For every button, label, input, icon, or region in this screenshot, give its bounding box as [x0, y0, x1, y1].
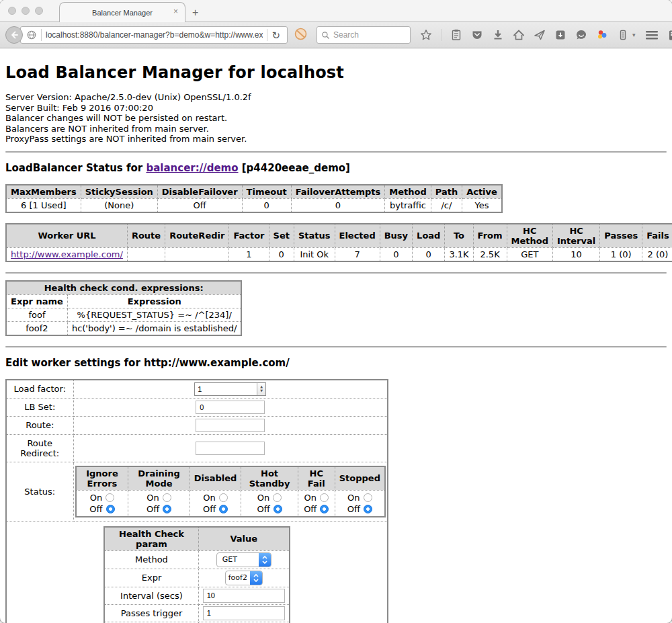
passes-trigger-input[interactable] — [203, 606, 285, 620]
status-flag-cell: On Off — [241, 490, 298, 517]
route-redirect-input[interactable] — [196, 442, 265, 455]
radio-off[interactable] — [274, 505, 282, 513]
radio-on[interactable] — [273, 493, 282, 502]
passes-trigger-label: Passes trigger — [104, 604, 198, 622]
lb-set-input[interactable] — [196, 401, 265, 414]
toolbar-separator — [441, 29, 442, 41]
colors-extension-icon[interactable] — [596, 29, 608, 41]
minimize-window-button[interactable] — [22, 7, 30, 15]
url-bar[interactable]: localhost:8880/balancer-manager?b=demo&w… — [20, 26, 288, 44]
radio-off[interactable] — [163, 505, 171, 513]
column-header: Expr name — [6, 294, 67, 308]
column-header: Busy — [380, 224, 412, 248]
expr-label: Expr — [104, 569, 198, 587]
radio-on[interactable] — [364, 493, 372, 502]
load-factor-input[interactable]: ▲▼ — [194, 382, 266, 396]
search-icon — [321, 31, 330, 40]
home-icon[interactable] — [513, 29, 525, 41]
column-header: Stopped — [335, 466, 385, 491]
column-header: FailoverAttempts — [291, 185, 385, 199]
balancer-status-table: MaxMembers StickySession DisableFailover… — [5, 184, 503, 213]
column-header: Fails — [642, 224, 672, 248]
battery-extension-icon[interactable] — [617, 29, 629, 41]
column-header: To — [445, 224, 473, 248]
status-flag-cell: On Off — [190, 490, 241, 517]
navigation-toolbar: localhost:8880/balancer-manager?b=demo&w… — [0, 22, 672, 48]
worker-table: Worker URL Route RouteRedir Factor Set S… — [5, 223, 672, 262]
column-header: Timeout — [242, 185, 291, 199]
table-row: 6 [1 Used] (None) Off 0 0 bytraffic /c/ … — [6, 198, 502, 212]
overflow-caret-icon[interactable]: ▾ — [632, 32, 636, 38]
browser-window: Balancer Manager × + localhost:8880/bala… — [0, 0, 672, 623]
column-header: Path — [431, 185, 462, 199]
radio-off[interactable] — [320, 505, 329, 513]
hello-chat-icon[interactable] — [575, 29, 587, 41]
route-redirect-label: Route Redirect: — [6, 434, 73, 462]
status-flag-cell: On Off — [298, 490, 335, 517]
urlbar-separator — [41, 29, 42, 41]
tab-close-icon[interactable]: × — [173, 7, 178, 15]
number-stepper-icon[interactable]: ▲▼ — [257, 383, 265, 395]
interval-input[interactable] — [203, 589, 285, 603]
column-header: Elected — [335, 224, 380, 248]
radio-on[interactable] — [219, 493, 228, 502]
reading-list-icon[interactable] — [450, 29, 462, 41]
site-identity-globe-icon[interactable] — [26, 30, 37, 40]
content-blocked-icon[interactable] — [294, 28, 307, 43]
radio-off[interactable] — [106, 505, 115, 513]
send-tab-icon[interactable] — [534, 29, 546, 41]
column-header: Method — [385, 185, 431, 199]
section-divider — [5, 151, 667, 153]
method-select[interactable]: GET — [216, 552, 271, 567]
radio-off[interactable] — [364, 505, 372, 513]
balancer-demo-link[interactable]: balancer://demo — [146, 162, 238, 174]
close-window-button[interactable] — [8, 7, 16, 15]
pocket-icon[interactable] — [471, 29, 483, 41]
toolbar-buttons: ▾ — [420, 29, 672, 41]
edit-worker-form: Load factor: ▲▼ LB Set: Route: Route Red… — [5, 379, 388, 623]
column-header: From — [473, 224, 507, 248]
column-header: Disabled — [190, 466, 241, 491]
balancer-status-heading: LoadBalancer Status for balancer://demo … — [5, 162, 667, 174]
column-header: Draining Mode — [128, 466, 190, 491]
expression-row: foof2 hc('body') =~ /domain is establish… — [6, 321, 241, 335]
route-input[interactable] — [196, 419, 265, 432]
column-header: RouteRedir — [165, 224, 229, 248]
expr-select[interactable]: foof2 — [225, 571, 263, 585]
search-placeholder: Search — [333, 30, 359, 40]
search-input[interactable]: Search — [317, 26, 411, 44]
radio-on[interactable] — [106, 493, 114, 502]
column-header: Status — [294, 224, 335, 248]
column-header: Hot Standby — [241, 466, 298, 491]
column-header: Set — [269, 224, 294, 248]
bookmark-star-icon[interactable] — [420, 29, 432, 41]
status-flag-cell: On Off — [335, 490, 385, 517]
menu-hamburger-icon[interactable] — [644, 29, 659, 41]
status-flag-cell: On Off — [76, 490, 128, 517]
section-divider — [5, 346, 667, 347]
new-tab-button[interactable]: + — [192, 7, 198, 19]
column-header: Load — [413, 224, 445, 248]
reload-button[interactable]: ↻ — [267, 30, 284, 40]
zoom-window-button[interactable] — [35, 7, 43, 15]
radio-off[interactable] — [219, 505, 228, 513]
column-header: DisableFailover — [157, 185, 242, 199]
column-header: Factor — [229, 224, 269, 248]
keyboard-extension-icon[interactable] — [668, 29, 672, 41]
server-built-line: Server Built: Feb 9 2016 07:00:20 — [5, 103, 667, 114]
select-arrows-icon — [259, 553, 271, 567]
page-content: Load Balancer Manager for localhost Serv… — [0, 63, 672, 623]
lb-set-label: LB Set: — [6, 398, 73, 416]
worker-url-link[interactable]: http://www.example.com/ — [11, 249, 123, 259]
url-text[interactable]: localhost:8880/balancer-manager?b=demo&w… — [46, 30, 263, 40]
expression-row: foof %{REQUEST_STATUS} =~ /^[234]/ — [6, 308, 241, 321]
tab-balancer-manager[interactable]: Balancer Manager × — [59, 2, 185, 22]
radio-on[interactable] — [320, 493, 329, 502]
back-button[interactable] — [5, 26, 23, 44]
downloads-icon[interactable] — [492, 29, 504, 41]
radio-on[interactable] — [163, 493, 171, 502]
panel-download-icon[interactable] — [554, 29, 566, 41]
column-header: Health Check param — [104, 527, 198, 551]
column-header: StickySession — [81, 185, 157, 199]
inherit-notice-line: Balancers are NOT inherited from main se… — [5, 124, 667, 134]
